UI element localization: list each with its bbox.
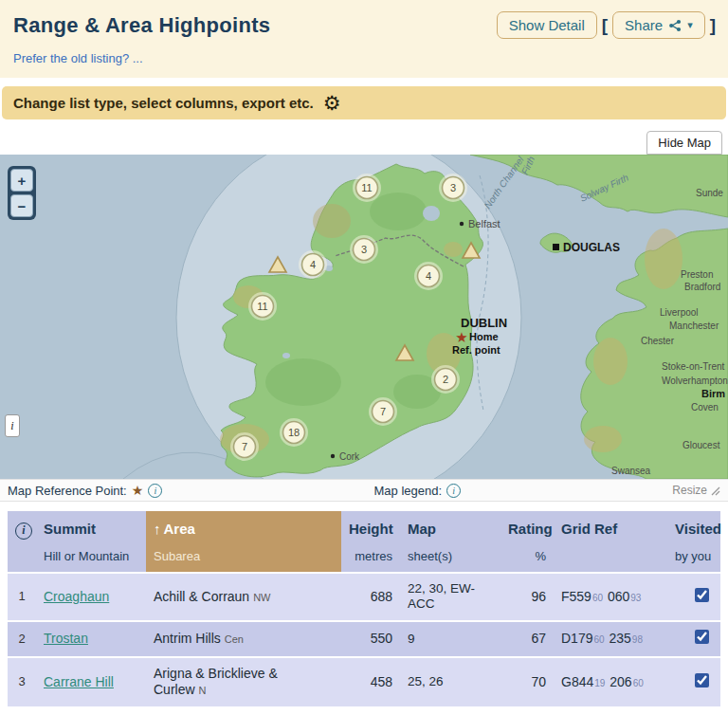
cluster-marker[interactable]: 11 (353, 174, 381, 202)
map-info-toggle-button[interactable]: i (5, 414, 20, 437)
svg-text:DOUGLAS: DOUGLAS (563, 241, 620, 254)
visited-cell (667, 622, 720, 656)
height-column-header[interactable]: Height metres (341, 511, 400, 572)
grid-ref-cell: F55960 06093 (554, 574, 667, 621)
cluster-marker[interactable]: 11 (248, 292, 277, 321)
table-header-row: i Summit Hill or Mountain ↑Area Subarea … (8, 511, 720, 572)
rating-column-header[interactable]: Rating % (500, 511, 554, 572)
svg-text:Gloucest: Gloucest (682, 440, 720, 450)
sort-asc-icon: ↑ (154, 521, 161, 537)
bracket-close: ] (710, 15, 716, 36)
rating-cell: 96 (500, 574, 554, 621)
grid-ref-precision: 60 (593, 634, 604, 645)
zoom-out-button[interactable]: − (10, 194, 33, 217)
map-city-label: Stoke-on-Trent (662, 361, 725, 372)
map-sheets-cell: 22, 30, EW-ACC (400, 574, 500, 621)
height-cell: 458 (341, 658, 400, 706)
svg-text:11: 11 (361, 182, 372, 193)
grid-ref-main: D179 (561, 631, 592, 646)
resize-grip-icon (710, 486, 720, 496)
svg-text:4: 4 (426, 270, 431, 282)
map-column-header[interactable]: Map sheet(s) (400, 511, 500, 572)
summit-link[interactable]: Carrane Hill (44, 674, 114, 689)
rating-column-title: Rating (508, 521, 546, 537)
map-canvas[interactable]: BelfastDOUGLASDUBLINCorkSundePrestonBrad… (0, 155, 728, 479)
visited-column-title: Visited (675, 521, 713, 537)
row-number: 3 (8, 658, 36, 706)
svg-text:3: 3 (361, 244, 367, 255)
zoom-control: + − (8, 166, 36, 220)
area-label: Achill & Corraun (154, 589, 249, 604)
cluster-marker[interactable]: 18 (280, 418, 308, 447)
area-cell: Antrim HillsCen (146, 622, 341, 656)
visited-column-sub: by you (675, 549, 713, 564)
map-container: BelfastDOUGLASDUBLINCorkSundePrestonBrad… (0, 155, 728, 479)
height-column-sub: metres (349, 549, 392, 564)
map-ref-point-label: Map Reference Point: (8, 484, 127, 498)
summit-cell: Carrane Hill (36, 658, 146, 706)
svg-text:11: 11 (257, 301, 267, 312)
old-listing-link[interactable]: Prefer the old listing? ... (13, 51, 143, 65)
table-info-icon[interactable]: i (15, 522, 32, 540)
height-column-title: Height (349, 521, 392, 537)
cluster-marker[interactable]: 3 (439, 174, 467, 202)
svg-text:Ref. point: Ref. point (452, 344, 500, 356)
svg-text:Stoke-on-Trent: Stoke-on-Trent (662, 361, 725, 372)
list-options-toolbar[interactable]: Change list type, select columns, export… (2, 86, 726, 119)
map-city-label: Preston (681, 269, 713, 280)
cluster-marker[interactable]: 4 (414, 262, 443, 290)
row-number: 2 (8, 622, 36, 656)
table-row: 2TrostanAntrim HillsCen550967D17960 2359… (8, 622, 720, 656)
summit-column-title: Summit (44, 521, 138, 537)
gridref-column-title: Grid Ref (561, 521, 660, 537)
grid-ref-main: F559 (561, 589, 592, 604)
visited-checkbox[interactable] (695, 630, 709, 644)
visited-cell (667, 574, 720, 621)
cluster-marker[interactable]: 7 (230, 432, 259, 461)
cluster-marker[interactable]: 4 (299, 250, 327, 279)
cluster-marker[interactable]: 7 (369, 397, 397, 426)
map-city-label: Coven (691, 402, 719, 412)
area-column-sub: Subarea (154, 549, 334, 564)
show-detail-button[interactable]: Show Detail (497, 11, 597, 39)
summit-column-sub: Hill or Mountain (44, 549, 138, 564)
svg-text:Swansea: Swansea (611, 466, 651, 476)
info-icon[interactable]: i (446, 484, 461, 498)
grid-ref-precision: 98 (632, 634, 643, 645)
share-button[interactable]: Share ▾ (612, 11, 705, 39)
hide-map-button[interactable]: Hide Map (646, 131, 722, 155)
gear-icon: ⚙ (323, 93, 341, 113)
summit-link[interactable]: Trostan (44, 631, 88, 646)
cluster-marker[interactable]: 2 (431, 365, 460, 394)
gridref-column-header[interactable]: Grid Ref (554, 511, 667, 572)
info-icon[interactable]: i (148, 484, 162, 498)
height-cell: 688 (341, 574, 400, 621)
grid-ref-main: 206 (610, 674, 631, 689)
area-column-title: Area (164, 521, 195, 537)
rating-cell: 70 (500, 658, 554, 706)
svg-text:Wolverhampton: Wolverhampton (662, 376, 728, 386)
cluster-marker[interactable]: 3 (350, 235, 378, 264)
table-row: 3Carrane HillArigna & Bricklieve & Curle… (8, 658, 720, 706)
map-column-sub: sheet(s) (408, 549, 493, 564)
highpoints-table: i Summit Hill or Mountain ↑Area Subarea … (8, 509, 720, 708)
visited-checkbox[interactable] (695, 673, 709, 688)
summit-link[interactable]: Croaghaun (44, 589, 109, 604)
visited-checkbox[interactable] (695, 588, 709, 602)
summit-column-header[interactable]: Summit Hill or Mountain (36, 511, 146, 572)
map-controls-row: Hide Map (0, 119, 728, 155)
subarea-label: N (199, 685, 207, 696)
map-city-label: Wolverhampton (662, 376, 728, 386)
area-column-header[interactable]: ↑Area Subarea (146, 511, 341, 572)
bracket-open: [ (602, 15, 608, 36)
summit-cell: Trostan (36, 622, 146, 656)
svg-text:Preston: Preston (681, 269, 713, 280)
svg-text:Liverpool: Liverpool (660, 307, 699, 318)
map-resize-handle[interactable]: Resize (672, 484, 720, 497)
grid-ref-main: 235 (609, 631, 630, 646)
svg-text:Birm: Birm (701, 388, 725, 399)
svg-text:18: 18 (288, 427, 300, 438)
visited-column-header[interactable]: Visited by you (667, 511, 720, 572)
zoom-in-button[interactable]: + (10, 169, 33, 192)
summit-cell: Croaghaun (36, 574, 146, 621)
